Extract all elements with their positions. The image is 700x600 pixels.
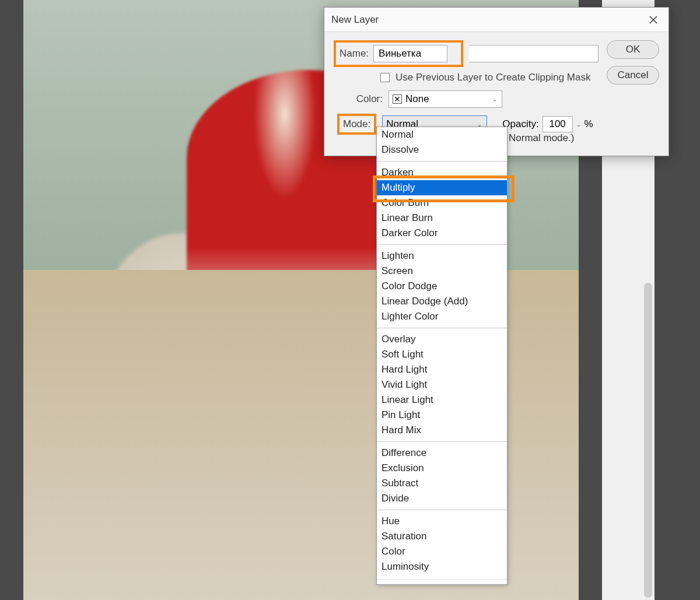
- blend-mode-option[interactable]: Linear Burn: [377, 210, 507, 226]
- chevron-down-icon: ⌄: [492, 96, 497, 103]
- ok-button[interactable]: OK: [607, 40, 659, 59]
- name-highlight-box: Name: Виньетка: [334, 40, 463, 67]
- blend-mode-option[interactable]: Lighten: [377, 248, 507, 264]
- dropdown-separator: [377, 579, 507, 580]
- blend-mode-dropdown: Normal Dissolve Darken Multiply Color Bu…: [376, 127, 508, 585]
- blend-mode-option[interactable]: Lighter Color: [377, 309, 507, 324]
- dropdown-separator: [377, 510, 507, 510]
- no-color-icon: ✕: [393, 94, 402, 104]
- blend-mode-option[interactable]: Darker Color: [377, 226, 507, 241]
- blend-mode-option[interactable]: Difference: [377, 445, 507, 461]
- name-input-extension[interactable]: [469, 45, 598, 62]
- blend-mode-option[interactable]: Exclusion: [377, 461, 507, 476]
- blend-mode-option[interactable]: Dissolve: [377, 142, 507, 157]
- name-value: Виньетка: [379, 48, 421, 59]
- ok-button-label: OK: [626, 44, 640, 55]
- blend-mode-option[interactable]: Pin Light: [377, 408, 507, 423]
- opacity-input[interactable]: 100: [542, 116, 573, 132]
- cancel-button-label: Cancel: [618, 69, 649, 81]
- photo-rock-shape: [99, 233, 309, 478]
- blend-mode-option[interactable]: Soft Light: [377, 347, 507, 362]
- color-label: Color:: [348, 93, 383, 105]
- neutral-color-hint: Normal mode.): [509, 132, 574, 144]
- opacity-unit: %: [584, 118, 593, 130]
- blend-mode-option[interactable]: Darken: [377, 165, 507, 180]
- clipping-mask-checkbox[interactable]: [380, 73, 390, 82]
- dialog-title: New Layer: [331, 14, 645, 26]
- blend-mode-option[interactable]: Saturation: [377, 529, 507, 544]
- blend-mode-option[interactable]: Vivid Light: [377, 377, 507, 392]
- blend-mode-option[interactable]: Screen: [377, 264, 507, 279]
- vertical-scrollbar[interactable]: [644, 283, 652, 598]
- opacity-value: 100: [549, 118, 565, 130]
- chevron-down-icon[interactable]: ⌄: [576, 121, 581, 128]
- name-label: Name:: [340, 48, 369, 59]
- dropdown-separator: [377, 161, 507, 162]
- blend-mode-option[interactable]: Hue: [377, 514, 507, 529]
- blend-mode-option[interactable]: Overlay: [377, 332, 507, 347]
- blend-mode-option[interactable]: Color Burn: [377, 195, 507, 210]
- dropdown-separator: [377, 244, 507, 245]
- dropdown-separator: [377, 441, 507, 442]
- blend-mode-option[interactable]: Color: [377, 544, 507, 559]
- blend-mode-option[interactable]: Luminosity: [377, 559, 507, 574]
- blend-mode-option[interactable]: Color Dodge: [377, 279, 507, 294]
- dialog-titlebar[interactable]: New Layer: [324, 8, 668, 32]
- close-icon[interactable]: [645, 12, 662, 28]
- cancel-button[interactable]: Cancel: [607, 66, 659, 85]
- blend-mode-option[interactable]: Linear Light: [377, 392, 507, 408]
- color-value: None: [405, 93, 429, 105]
- blend-mode-option[interactable]: Hard Light: [377, 362, 507, 377]
- blend-mode-option[interactable]: Hard Mix: [377, 423, 507, 438]
- dropdown-separator: [377, 328, 507, 328]
- blend-mode-option[interactable]: Normal: [377, 127, 507, 142]
- blend-mode-option-highlighted[interactable]: Multiply: [377, 180, 507, 195]
- color-select[interactable]: ✕ None ⌄: [388, 90, 502, 108]
- name-input[interactable]: Виньетка: [373, 45, 447, 62]
- mode-label: Mode:: [343, 118, 370, 130]
- mode-highlight-box: Mode:: [337, 114, 376, 135]
- blend-mode-option[interactable]: Subtract: [377, 476, 507, 491]
- blend-mode-option[interactable]: Divide: [377, 491, 507, 506]
- opacity-label: Opacity:: [502, 118, 538, 130]
- clipping-mask-label: Use Previous Layer to Create Clipping Ma…: [396, 72, 590, 83]
- blend-mode-option[interactable]: Linear Dodge (Add): [377, 294, 507, 309]
